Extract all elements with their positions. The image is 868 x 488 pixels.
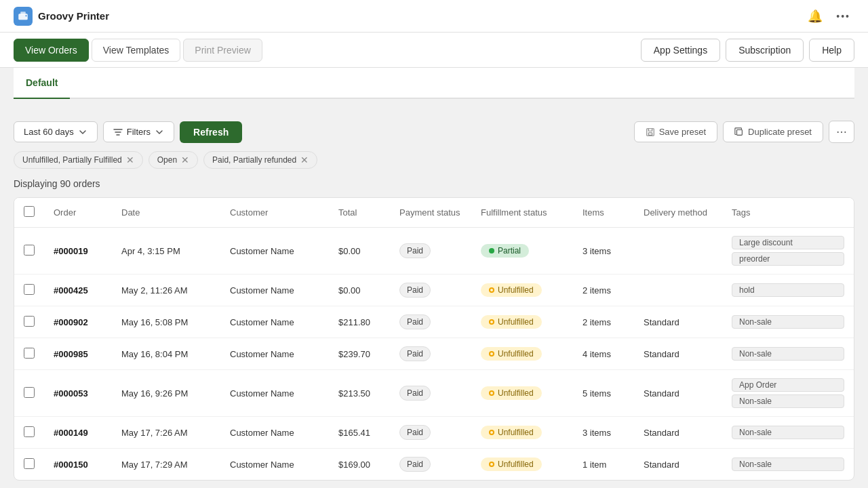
payment-status-badge: Paid [399,314,431,329]
tab-view-orders[interactable]: View Orders [14,39,89,62]
row-checkbox-000150[interactable] [24,458,35,469]
tab-print-preview[interactable]: Print Preview [183,39,262,62]
order-total: $169.00 [329,449,390,481]
row-checkbox-000425[interactable] [24,284,35,295]
tab-view-templates[interactable]: View Templates [92,39,181,62]
svg-rect-8 [737,129,743,135]
filter-tag-payment-close[interactable]: ✕ [300,155,309,165]
chevron-down-icon [78,127,87,137]
order-date: May 2, 11:26 AM [112,274,220,306]
order-total: $0.00 [329,228,390,274]
col-header-delivery: Delivery method [634,198,722,228]
order-items: 1 item [573,449,634,481]
inner-tabs: Default [14,68,854,99]
filter-icon [113,127,123,137]
payment-status-badge: Paid [399,283,431,298]
bell-icon[interactable]: 🔔 [804,5,827,28]
payment-status-badge: Paid [399,457,431,472]
delivery-method: Standard [634,370,722,417]
col-header-total: Total [329,198,390,228]
payment-status-badge: Paid [399,346,431,361]
app-branding: Groovy Printer [14,7,109,26]
order-tags: Large discountpreorder [732,236,844,266]
save-icon [646,127,655,137]
unfulfilled-dot [489,351,494,357]
filter-tag-fulfillment-close[interactable]: ✕ [126,155,134,165]
fulfillment-status-badge: Unfulfilled [481,283,542,297]
row-checkbox-000902[interactable] [24,316,35,327]
tag-item: hold [732,283,844,297]
col-header-payment: Payment status [390,198,471,228]
fulfillment-status-badge: Unfulfilled [481,426,542,439]
row-checkbox-000985[interactable] [24,348,35,359]
filter-tag-status-label: Open [157,155,177,165]
help-button[interactable]: Help [809,39,854,62]
orders-table: Order Date Customer Total Payment status… [14,197,854,481]
tag-item: Non-sale [732,458,844,471]
col-header-date: Date [112,198,220,228]
duplicate-preset-button[interactable]: Duplicate preset [723,121,823,142]
unfulfilled-dot [489,430,494,435]
tab-default[interactable]: Default [14,68,70,99]
subscription-button[interactable]: Subscription [726,39,804,62]
order-date: May 16, 5:08 PM [112,306,220,338]
filters-button[interactable]: Filters [103,121,174,142]
table-row: #000149May 17, 7:26 AMCustomer Name$165.… [14,417,854,449]
svg-point-2 [25,15,26,16]
unfulfilled-dot [489,287,494,293]
row-checkbox-000053[interactable] [24,387,35,398]
order-tags: Non-sale [732,315,844,329]
row-checkbox-000149[interactable] [24,426,35,437]
customer-name: Customer Name [220,417,329,449]
col-header-tags: Tags [722,198,854,228]
filter-tag-payment-label: Paid, Partially refunded [212,155,296,165]
tag-item: Non-sale [732,347,844,361]
order-date: May 17, 7:29 AM [112,449,220,481]
payment-status-badge: Paid [399,243,431,258]
more-icon[interactable]: ••• [832,7,854,26]
main-content: Default Last 60 days Filters Refresh [0,68,868,488]
col-header-items: Items [573,198,634,228]
unfulfilled-dot [489,462,494,467]
duplicate-icon [734,127,744,137]
filter-bar: Last 60 days Filters Refresh [14,110,854,151]
delivery-method [634,228,722,274]
unfulfilled-dot [489,319,494,325]
app-settings-button[interactable]: App Settings [641,39,720,62]
svg-rect-7 [648,132,652,135]
svg-rect-1 [20,12,26,15]
filter-tag-fulfillment: Unfulfilled, Partially Fulfilled ✕ [14,151,143,169]
order-number: #000902 [54,317,88,327]
filter-tag-fulfillment-label: Unfulfilled, Partially Fulfilled [22,155,122,165]
customer-name: Customer Name [220,228,329,274]
more-options-button[interactable]: ⋯ [829,121,854,143]
order-number: #000149 [54,428,88,438]
table-row: #000053May 16, 9:26 PMCustomer Name$213.… [14,370,854,417]
table-row: #000019Apr 4, 3:15 PMCustomer Name$0.00P… [14,228,854,274]
filter-tag-status-close[interactable]: ✕ [181,155,189,165]
table-row: #000150May 17, 7:29 AMCustomer Name$169.… [14,449,854,481]
tag-item: Large discount [732,236,844,249]
table-row: #000985May 16, 8:04 PMCustomer Name$239.… [14,338,854,370]
order-number: #000053 [54,388,88,399]
date-range-button[interactable]: Last 60 days [14,121,98,142]
tag-item: Non-sale [732,426,844,439]
order-tags: hold [732,283,844,297]
order-total: $0.00 [329,274,390,306]
customer-name: Customer Name [220,370,329,417]
top-bar-actions: 🔔 ••• [804,5,854,28]
order-tags: Non-sale [732,426,844,439]
svg-rect-6 [646,128,654,136]
select-all-checkbox[interactable] [24,206,35,217]
tag-item: Non-sale [732,394,844,408]
refresh-button[interactable]: Refresh [180,121,242,143]
table-row: #000425May 2, 11:26 AMCustomer Name$0.00… [14,274,854,306]
row-checkbox-000019[interactable] [24,245,35,256]
order-number: #000985 [54,349,88,359]
payment-status-badge: Paid [399,386,431,401]
save-preset-button[interactable]: Save preset [634,121,717,142]
order-number: #000425 [54,285,88,296]
app-title: Groovy Printer [38,10,109,22]
table-header-row: Order Date Customer Total Payment status… [14,198,854,228]
duplicate-preset-label: Duplicate preset [748,127,812,137]
